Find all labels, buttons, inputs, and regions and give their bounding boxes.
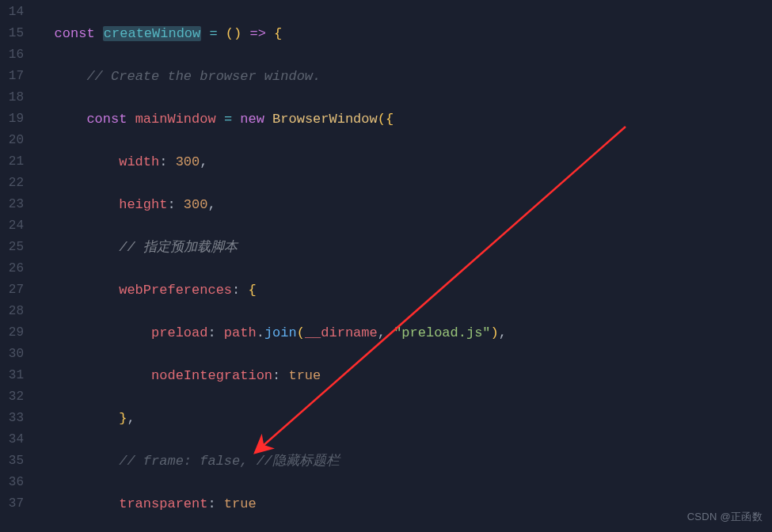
- line-number: 18: [0, 87, 24, 108]
- line-number: 24: [0, 215, 24, 237]
- line-number: 14: [0, 2, 24, 23]
- code-line-24[interactable]: // frame: false, //隐藏标题栏: [30, 450, 772, 472]
- line-number: 34: [0, 429, 24, 450]
- code-editor[interactable]: 14 15 16 17 18 19 20 21 22 23 24 25 26 2…: [0, 0, 772, 532]
- code-line-25[interactable]: transparent: true: [30, 493, 772, 515]
- line-number: 32: [0, 386, 24, 408]
- line-number: 33: [0, 408, 24, 429]
- line-number: 25: [0, 237, 24, 258]
- line-number: 16: [0, 44, 24, 66]
- code-line-23[interactable]: },: [30, 408, 772, 429]
- code-line-20[interactable]: webPreferences: {: [30, 279, 772, 301]
- line-number: 15: [0, 23, 24, 44]
- line-number: 26: [0, 258, 24, 279]
- line-number: 21: [0, 151, 24, 173]
- code-line-18[interactable]: height: 300,: [30, 194, 772, 215]
- watermark-text: CSDN @正函数: [687, 506, 762, 527]
- line-number: 23: [0, 194, 24, 215]
- line-number-gutter: 14 15 16 17 18 19 20 21 22 23 24 25 26 2…: [0, 2, 30, 532]
- line-number: 36: [0, 472, 24, 493]
- code-area[interactable]: const createWindow = () => { // Create t…: [30, 2, 772, 532]
- line-number: 22: [0, 173, 24, 194]
- highlight-createWindow: createWindow: [103, 26, 201, 41]
- code-line-21[interactable]: preload: path.join(__dirname, "preload.j…: [30, 322, 772, 344]
- line-number: 29: [0, 322, 24, 344]
- line-number: 27: [0, 279, 24, 301]
- code-line-17[interactable]: width: 300,: [30, 151, 772, 173]
- line-number: 31: [0, 365, 24, 386]
- line-number: 20: [0, 130, 24, 151]
- line-number: 17: [0, 66, 24, 87]
- line-number: 19: [0, 108, 24, 130]
- line-number: 28: [0, 301, 24, 322]
- code-line-16[interactable]: const mainWindow = new BrowserWindow({: [30, 108, 772, 130]
- line-number: 35: [0, 450, 24, 472]
- line-number: 37: [0, 493, 24, 515]
- line-number: 30: [0, 344, 24, 365]
- code-line-15[interactable]: // Create the browser window.: [30, 66, 772, 87]
- code-line-14[interactable]: const createWindow = () => {: [30, 23, 772, 44]
- code-line-19[interactable]: // 指定预加载脚本: [30, 237, 772, 258]
- code-line-22[interactable]: nodeIntegration: true: [30, 365, 772, 386]
